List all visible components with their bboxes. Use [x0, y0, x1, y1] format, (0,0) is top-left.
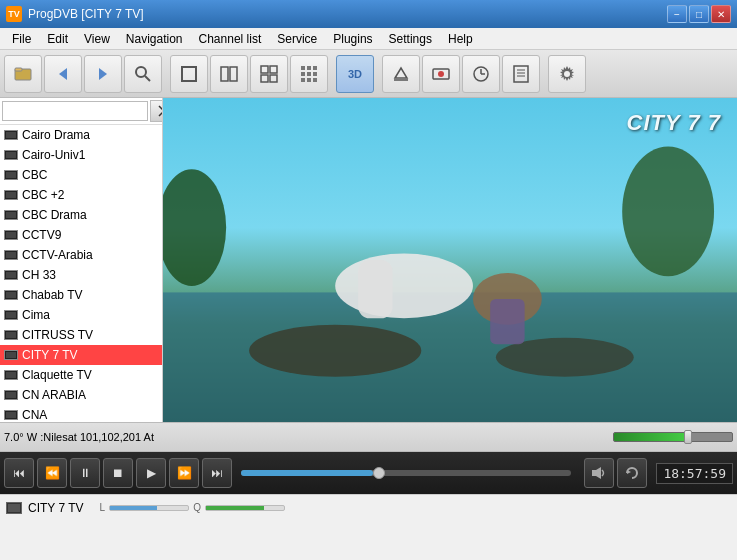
svg-rect-72 [163, 292, 737, 422]
svg-rect-20 [307, 78, 311, 82]
back-button[interactable] [44, 55, 82, 93]
title-bar: TV ProgDVB [CITY 7 TV] − □ ✕ [0, 0, 737, 28]
svg-point-79 [622, 147, 714, 277]
channel-search-input[interactable] [2, 101, 148, 121]
minimize-button[interactable]: − [667, 5, 687, 23]
quality-bar[interactable] [205, 505, 285, 511]
stop-button[interactable]: ⏹ [103, 458, 133, 488]
channel-name: Claquette TV [22, 368, 92, 382]
3d-button[interactable]: 3D [336, 55, 374, 93]
main-content: Cairo DramaCairo-Univ1CBCCBC +2CBC Drama… [0, 98, 737, 422]
channel-name: CITY 7 TV [22, 348, 78, 362]
next-button[interactable]: ⏭ [202, 458, 232, 488]
channel-name: CNA [22, 408, 47, 422]
svg-rect-15 [313, 66, 317, 70]
svg-rect-1 [15, 68, 22, 71]
channel-name: CITRUSS TV [22, 328, 93, 342]
channel-item[interactable]: CITY 7 TV [0, 345, 162, 365]
channel-search-button[interactable] [150, 100, 163, 122]
channel-item[interactable]: CBC +2 [0, 185, 162, 205]
channel-item[interactable]: CN ARABIA [0, 385, 162, 405]
channel-item[interactable]: CBC Drama [0, 205, 162, 225]
channel-icon [4, 190, 18, 200]
app-icon: TV [6, 6, 22, 22]
settings-button[interactable] [548, 55, 586, 93]
channel-icon [4, 250, 18, 260]
svg-marker-82 [596, 467, 601, 479]
stream-button[interactable] [382, 55, 420, 93]
prev-button[interactable]: ⏮ [4, 458, 34, 488]
svg-point-75 [335, 254, 473, 319]
svg-rect-81 [592, 470, 596, 476]
channel-icon [4, 230, 18, 240]
channel-name: CBC [22, 168, 47, 182]
svg-rect-76 [358, 260, 392, 318]
volume-bar[interactable] [109, 505, 189, 511]
menu-channel-list[interactable]: Channel list [191, 28, 270, 49]
channel-item[interactable]: CH 33 [0, 265, 162, 285]
close-button[interactable]: ✕ [711, 5, 731, 23]
channel-item[interactable]: CCTV-Arabia [0, 245, 162, 265]
seek-handle[interactable] [373, 467, 385, 479]
channel-icon [4, 170, 18, 180]
channel-item[interactable]: CBC [0, 165, 162, 185]
menu-file[interactable]: File [4, 28, 39, 49]
menu-service[interactable]: Service [269, 28, 325, 49]
pause-button[interactable]: ⏸ [70, 458, 100, 488]
rewind-button[interactable]: ⏪ [37, 458, 67, 488]
title-bar-left: TV ProgDVB [CITY 7 TV] [6, 6, 144, 22]
quad-view-button[interactable] [250, 55, 288, 93]
svg-point-73 [249, 325, 421, 377]
schedule-button[interactable] [462, 55, 500, 93]
channel-icon [4, 150, 18, 160]
channel-panel: Cairo DramaCairo-Univ1CBCCBC +2CBC Drama… [0, 98, 163, 422]
menu-settings[interactable]: Settings [381, 28, 440, 49]
forward-button[interactable] [84, 55, 122, 93]
channel-item[interactable]: Chabab TV [0, 285, 162, 305]
channel-icon-small [6, 502, 22, 514]
channel-icon [4, 290, 18, 300]
channel-item[interactable]: Cima [0, 305, 162, 325]
channel-name: CH 33 [22, 268, 56, 282]
search-button[interactable] [124, 55, 162, 93]
channel-item[interactable]: CITRUSS TV [0, 325, 162, 345]
menu-bar: File Edit View Navigation Channel list S… [0, 28, 737, 50]
bottom-channel-name: CITY 7 TV [28, 501, 84, 515]
channel-item[interactable]: Cairo-Univ1 [0, 145, 162, 165]
menu-view[interactable]: View [76, 28, 118, 49]
player-right-controls [584, 458, 647, 488]
refresh-button[interactable] [617, 458, 647, 488]
audio-settings-button[interactable] [584, 458, 614, 488]
maximize-button[interactable]: □ [689, 5, 709, 23]
channel-item[interactable]: CCTV9 [0, 225, 162, 245]
seek-bar[interactable] [241, 468, 571, 478]
open-button[interactable] [4, 55, 42, 93]
menu-edit[interactable]: Edit [39, 28, 76, 49]
video-content: CITY 7 7 [163, 98, 737, 422]
title-controls: − □ ✕ [667, 5, 731, 23]
svg-rect-36 [6, 132, 16, 138]
channel-icon [4, 370, 18, 380]
fast-forward-button[interactable]: ⏩ [169, 458, 199, 488]
single-view-button[interactable] [170, 55, 208, 93]
channel-item[interactable]: Claquette TV [0, 365, 162, 385]
dual-view-button[interactable] [210, 55, 248, 93]
channel-item[interactable]: CNA [0, 405, 162, 422]
record-button[interactable] [422, 55, 460, 93]
channel-item[interactable]: Cairo Drama [0, 125, 162, 145]
svg-rect-21 [313, 78, 317, 82]
svg-marker-22 [395, 68, 407, 78]
menu-plugins[interactable]: Plugins [325, 28, 380, 49]
signal-strength-bar[interactable] [613, 432, 733, 442]
menu-help[interactable]: Help [440, 28, 481, 49]
grid-view-button[interactable] [290, 55, 328, 93]
volume-fill [110, 506, 157, 510]
menu-navigation[interactable]: Navigation [118, 28, 191, 49]
svg-rect-14 [307, 66, 311, 70]
page-view-button[interactable] [502, 55, 540, 93]
channel-icon [4, 390, 18, 400]
channel-icon [4, 310, 18, 320]
channel-icon [4, 330, 18, 340]
svg-rect-42 [6, 192, 16, 198]
play-button[interactable]: ▶ [136, 458, 166, 488]
